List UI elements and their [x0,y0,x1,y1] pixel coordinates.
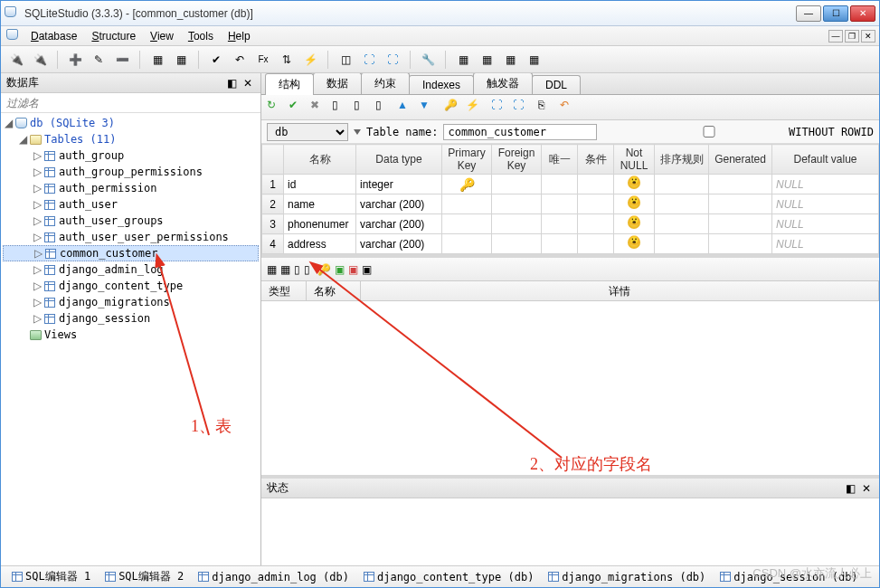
layout2-icon[interactable]: ▦ [477,50,497,70]
tree-table-item[interactable]: ▷auth_user [3,196,259,213]
bottom-tab[interactable]: django_migrations (db) [544,569,709,585]
tab-5[interactable]: DDL [532,75,581,94]
tablename-label: Table name: [366,126,438,138]
tree-table-item[interactable]: ▷auth_permission [3,180,259,196]
expand2-icon[interactable]: ⛶ [491,99,509,117]
columns-grid[interactable]: 名称Data typePrimary KeyForeign Key唯一条件Not… [261,144,879,254]
bottom-tab[interactable]: SQL编辑器 1 [8,567,94,586]
expand-icon[interactable]: ⛶ [359,50,379,70]
tree-table-item[interactable]: ▷django_admin_log [3,261,259,278]
layout3-icon[interactable]: ▦ [500,50,520,70]
copy-icon[interactable]: ⎘ [538,99,556,117]
tree-table-item[interactable]: ▷django_content_type [3,278,259,294]
add-db-icon[interactable]: ➕ [65,50,85,70]
filter-input[interactable] [1,93,260,112]
without-rowid-check[interactable]: WITHOUT ROWID [632,126,874,138]
status-undock-icon[interactable]: ◧ [843,481,857,496]
menu-database[interactable]: Database [24,28,84,44]
addidx-icon[interactable]: 🔑 [444,99,462,117]
db-tree[interactable]: ◢db (SQLite 3)◢Tables (11)▷auth_group▷au… [1,113,260,565]
sort-icon[interactable]: ⇅ [277,50,297,70]
c-up-icon[interactable]: ▯ [304,263,310,276]
tree-db[interactable]: ◢db (SQLite 3) [3,115,259,131]
disconnect-icon[interactable]: 🔌 [30,50,50,70]
grid-row[interactable]: 4addressvarchar (200)NULL [262,234,879,254]
fx-icon[interactable]: Fx [253,50,273,70]
layout1-icon[interactable]: ▦ [453,50,473,70]
cancel-icon[interactable]: ✖ [310,99,328,117]
edit-db-icon[interactable]: ✎ [89,50,109,70]
tree-table-item[interactable]: ▷auth_user_groups [3,213,259,229]
mdi-restore[interactable]: ❐ [845,30,859,43]
wrench-icon[interactable]: 🔧 [418,50,438,70]
tree-table-item[interactable]: ▷django_migrations [3,294,259,310]
down-icon[interactable]: ▼ [419,99,437,117]
c-del-icon[interactable]: ▯ [294,263,300,276]
tab-1[interactable]: 数据 [313,73,362,94]
commit2-icon[interactable]: ✔ [289,99,307,117]
commit-icon[interactable]: ✔ [206,50,226,70]
delcol-icon[interactable]: ▯ [375,99,393,117]
close-button[interactable]: ✕ [850,5,875,22]
c-box2-icon[interactable]: ▣ [348,263,358,276]
status-title: 状态 [267,480,841,496]
c-key-icon[interactable]: 🔑 [317,263,331,276]
new-table-icon[interactable]: ▦ [147,50,167,70]
tree-table-item[interactable]: ▷auth_group [3,147,259,164]
maximize-button[interactable]: ☐ [823,5,848,22]
c-edit-icon[interactable]: ▦ [280,263,290,276]
tab-0[interactable]: 结构 [265,73,314,95]
layout4-icon[interactable]: ▦ [524,50,544,70]
cube-icon[interactable]: ◫ [336,50,355,70]
tab-2[interactable]: 约束 [361,73,410,94]
grid-row[interactable]: 1idinteger🔑NULL [262,175,879,194]
main-toolbar: 🔌 🔌 ➕ ✎ ➖ ▦ ▦ ✔ ↶ Fx ⇅ ⚡ ◫ ⛶ ⛶ 🔧 ▦ ▦ ▦ ▦ [1,46,879,73]
remove-db-icon[interactable]: ➖ [112,50,132,70]
up-icon[interactable]: ▲ [397,99,415,117]
mdi-minimize[interactable]: — [828,30,843,43]
sidebar: 数据库 ◧ ✕ ◢db (SQLite 3)◢Tables (11)▷auth_… [1,73,261,565]
edit-table-icon[interactable]: ▦ [171,50,191,70]
window-title: SQLiteStudio (3.3.3) - [common_customer … [24,7,796,20]
grid-row[interactable]: 2namevarchar (200)NULL [262,194,879,214]
grid-row[interactable]: 3phonenumervarchar (200)NULL [262,214,879,234]
close-panel-icon[interactable]: ✕ [241,76,255,90]
tree-table-item[interactable]: ▷common_customer [3,245,259,261]
table-tabs: 结构数据约束Indexes触发器DDL [261,73,879,95]
tree-table-item[interactable]: ▷django_session [3,310,259,327]
undo-icon[interactable]: ↶ [560,99,578,117]
bottom-tab[interactable]: SQL编辑器 2 [101,567,187,586]
c-add-icon[interactable]: ▦ [267,263,277,276]
collapse2-icon[interactable]: ⛶ [513,99,531,117]
menu-structure[interactable]: Structure [84,28,143,44]
c-box1-icon[interactable]: ▣ [335,263,345,276]
c-box3-icon[interactable]: ▣ [362,263,372,276]
tab-4[interactable]: 触发器 [473,73,533,94]
tree-table-item[interactable]: ▷auth_user_user_permissions [3,229,259,245]
addtrg-icon[interactable]: ⚡ [466,99,484,117]
bottom-tab[interactable]: django_admin_log (db) [194,569,353,585]
editcol-icon[interactable]: ▯ [354,99,372,117]
status-close-icon[interactable]: ✕ [859,481,874,496]
tree-tables[interactable]: ◢Tables (11) [3,131,259,147]
menu-tools[interactable]: Tools [181,28,221,44]
collapse-icon[interactable]: ⛶ [383,50,402,70]
trigger-icon[interactable]: ⚡ [300,50,320,70]
tree-table-item[interactable]: ▷auth_group_permissions [3,164,259,180]
menu-view[interactable]: View [143,28,181,44]
status-panel: 状态 ◧ ✕ [261,475,879,565]
tree-views[interactable]: Views [3,327,259,343]
bottom-tab[interactable]: django_content_type (db) [360,569,537,585]
minimize-button[interactable]: — [796,5,821,22]
tablename-input[interactable] [443,124,597,140]
tab-3[interactable]: Indexes [409,75,474,94]
menu-help[interactable]: Help [221,28,258,44]
refresh-icon[interactable]: ↻ [267,99,285,117]
rollback-icon[interactable]: ↶ [230,50,250,70]
connect-icon[interactable]: 🔌 [6,50,26,70]
addcol-icon[interactable]: ▯ [332,99,350,117]
tablename-row: db Table name: WITHOUT ROWID [261,120,879,144]
db-select[interactable]: db [267,123,348,141]
mdi-close[interactable]: ✕ [861,30,875,43]
undock-icon[interactable]: ◧ [224,76,239,90]
